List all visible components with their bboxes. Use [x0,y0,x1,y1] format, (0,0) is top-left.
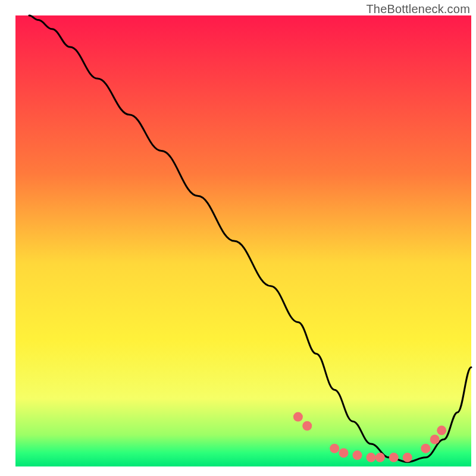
highlight-dot [403,453,412,462]
chart-container: TheBottleneck.com [0,0,476,476]
highlight-dot [366,453,375,462]
attribution-label: TheBottleneck.com [366,2,470,16]
highlight-dot [353,450,362,460]
highlight-dot [330,444,339,453]
highlight-dot [389,453,399,462]
highlight-dot [375,453,385,462]
chart-svg [0,0,476,476]
highlight-dot [293,412,303,422]
highlight-dot [421,444,430,453]
highlight-dot [339,448,349,458]
highlight-dot [437,425,446,435]
highlight-dot [302,421,312,431]
chart-background [15,15,471,466]
highlight-dot [430,435,440,444]
